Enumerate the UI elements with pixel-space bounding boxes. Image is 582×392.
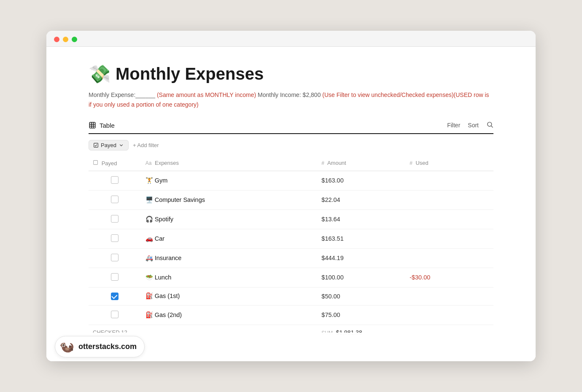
payed-checkbox[interactable]	[111, 176, 119, 184]
page-title-row: 💸 Monthly Expenses	[89, 64, 493, 84]
col-header-expenses: Aa Expenses	[141, 157, 318, 171]
title-emoji: 💸	[89, 64, 110, 84]
expense-amount: $444.19	[317, 248, 405, 268]
expenses-table: Payed Aa Expenses # Amount # Used	[89, 157, 493, 336]
col-amount-label: Amount	[327, 160, 346, 166]
payed-checkbox[interactable]	[111, 234, 119, 242]
expense-amount: $163.51	[317, 229, 405, 248]
expense-used	[405, 209, 493, 229]
watermark-bar: 🦦 otterstacks.com	[46, 333, 536, 361]
tab-table-label: Table	[100, 122, 115, 129]
expense-used: -$30.00	[405, 268, 493, 287]
brand-name: otterstacks.com	[78, 342, 137, 351]
payed-checkbox[interactable]	[111, 273, 119, 281]
expense-name: ⛽ Gas (1st)	[141, 287, 318, 305]
expense-name: 🥗 Lunch	[141, 268, 318, 287]
col-header-payed: Payed	[89, 157, 141, 171]
table-header-row: Payed Aa Expenses # Amount # Used	[89, 157, 493, 171]
col-used-label: Used	[415, 160, 428, 166]
expense-name: 🖥️ Computer Savings	[141, 190, 318, 209]
page-title: Monthly Expenses	[116, 64, 264, 83]
sort-button[interactable]: Sort	[468, 122, 479, 129]
expense-used	[405, 287, 493, 305]
table-row: 🚑 Insurance$444.19	[89, 248, 493, 268]
page-content: 💸 Monthly Expenses Monthly Expense:_____…	[46, 47, 536, 361]
payed-filter-chip[interactable]: Payed	[89, 140, 129, 150]
expense-used	[405, 171, 493, 190]
expense-used	[405, 229, 493, 248]
table-row: ⛽ Gas (2nd)$75.00	[89, 305, 493, 325]
titlebar	[46, 31, 536, 47]
expense-name: 🏋️ Gym	[141, 171, 318, 190]
expense-amount: $50.00	[317, 287, 405, 305]
app-window: 💸 Monthly Expenses Monthly Expense:_____…	[46, 31, 536, 361]
col-payed-label: Payed	[102, 160, 117, 166]
payed-checkbox[interactable]	[111, 196, 119, 203]
payed-checkbox[interactable]	[111, 254, 119, 261]
toolbar-right: Filter Sort	[447, 121, 493, 130]
maximize-button[interactable]	[72, 37, 77, 42]
table-row: 🏋️ Gym$163.00	[89, 171, 493, 190]
add-filter-button[interactable]: + Add filter	[133, 142, 159, 148]
expense-used	[405, 190, 493, 209]
svg-rect-8	[94, 161, 98, 165]
payed-checkbox[interactable]	[111, 293, 119, 300]
search-button[interactable]	[486, 121, 493, 130]
payed-checkbox[interactable]	[111, 311, 119, 318]
subtitle-plain: Monthly Expense:______	[89, 91, 157, 98]
search-icon	[486, 121, 493, 128]
close-button[interactable]	[54, 37, 59, 42]
table-row: ⛽ Gas (1st)$50.00	[89, 287, 493, 305]
table-row: 🖥️ Computer Savings$22.04	[89, 190, 493, 209]
col-header-used: # Used	[405, 157, 493, 171]
subtitle-mid: Monthly Income: $2,800	[256, 91, 321, 98]
chevron-down-icon	[119, 142, 124, 148]
expense-name: 🚑 Insurance	[141, 248, 318, 268]
checkbox-col-icon	[93, 160, 98, 166]
expense-amount: $163.00	[317, 171, 405, 190]
col-header-amount: # Amount	[317, 157, 405, 171]
svg-line-6	[491, 126, 493, 128]
hash-amount-icon: #	[321, 160, 324, 166]
filter-row: Payed + Add filter	[89, 140, 493, 150]
expense-name: 🚗 Car	[141, 229, 318, 248]
table-row: 🥗 Lunch$100.00-$30.00	[89, 268, 493, 287]
filter-chip-label: Payed	[101, 142, 116, 148]
expense-used	[405, 305, 493, 325]
expense-amount: $13.64	[317, 209, 405, 229]
col-expenses-label: Expenses	[155, 160, 179, 166]
svg-point-5	[488, 122, 492, 126]
brand-badge: 🦦 otterstacks.com	[55, 336, 145, 357]
filter-button[interactable]: Filter	[447, 122, 460, 129]
minimize-button[interactable]	[63, 37, 68, 42]
expense-name: ⛽ Gas (2nd)	[141, 305, 318, 325]
toolbar-left: Table	[89, 121, 115, 129]
subtitle: Monthly Expense:______ (Same amount as M…	[89, 90, 493, 109]
expense-amount: $100.00	[317, 268, 405, 287]
table-row: 🎧 Spotify$13.64	[89, 209, 493, 229]
table-icon	[89, 121, 96, 129]
aa-col-icon: Aa	[146, 160, 152, 166]
table-row: 🚗 Car$163.51	[89, 229, 493, 248]
checkbox-header-icon	[93, 160, 98, 165]
svg-rect-7	[94, 143, 98, 148]
toolbar: Table Filter Sort	[89, 121, 493, 134]
subtitle-highlight1: (Same amount as MONTHLY income)	[157, 91, 256, 98]
expense-used	[405, 248, 493, 268]
payed-checkbox[interactable]	[111, 215, 119, 223]
brand-logo-emoji: 🦦	[59, 340, 74, 354]
expense-amount: $75.00	[317, 305, 405, 325]
checkbox-filter-icon	[93, 142, 99, 148]
expense-name: 🎧 Spotify	[141, 209, 318, 229]
hash-used-icon: #	[410, 160, 412, 166]
svg-rect-0	[89, 123, 95, 129]
tab-table[interactable]: Table	[89, 121, 115, 129]
expense-amount: $22.04	[317, 190, 405, 209]
